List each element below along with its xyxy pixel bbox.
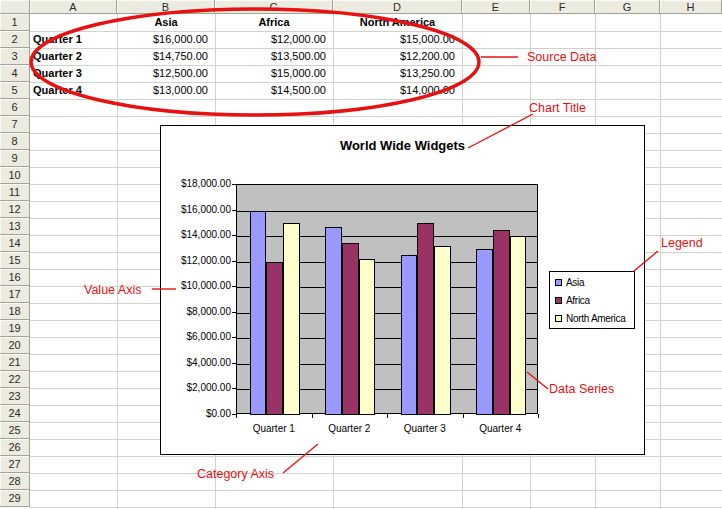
cell-D3[interactable]: $12,200.00 [333, 48, 462, 65]
row-header-13[interactable]: 13 [0, 218, 30, 235]
bar-africa-quarter-2[interactable] [342, 243, 359, 416]
category-axis-tick-label: Quarter 2 [312, 423, 388, 434]
cell-A3[interactable]: Quarter 2 [30, 48, 117, 65]
row-header-17[interactable]: 17 [0, 286, 30, 303]
plot-gridline [237, 211, 537, 212]
column-header-G[interactable]: G [595, 0, 660, 14]
gridline [30, 507, 722, 508]
row-header-28[interactable]: 28 [0, 473, 30, 490]
cell-A2[interactable]: Quarter 1 [30, 31, 117, 48]
row-header-18[interactable]: 18 [0, 303, 30, 320]
column-header-C[interactable]: C [215, 0, 333, 14]
legend-label: Asia [566, 277, 584, 288]
column-header-H[interactable]: H [660, 0, 722, 14]
legend-item-africa[interactable]: Africa [555, 294, 590, 306]
column-header-E[interactable]: E [462, 0, 530, 14]
category-axis-tick [538, 414, 539, 418]
select-all-corner[interactable] [0, 0, 30, 14]
gridline [660, 14, 661, 509]
row-header-3[interactable]: 3 [0, 48, 30, 65]
row-header-23[interactable]: 23 [0, 388, 30, 405]
cell-B5[interactable]: $13,000.00 [117, 82, 215, 99]
row-header-7[interactable]: 7 [0, 116, 30, 133]
cell-C5[interactable]: $14,500.00 [215, 82, 333, 99]
cell-C4[interactable]: $15,000.00 [215, 65, 333, 82]
cell-A4[interactable]: Quarter 3 [30, 65, 117, 82]
chart-object[interactable]: World Wide Widgets $0.00$2,000.00$4,000.… [160, 125, 645, 455]
row-header-11[interactable]: 11 [0, 184, 30, 201]
row-header-19[interactable]: 19 [0, 320, 30, 337]
gridline [30, 456, 722, 457]
row-header-25[interactable]: 25 [0, 422, 30, 439]
row-header-2[interactable]: 2 [0, 31, 30, 48]
category-axis-tick [312, 414, 313, 418]
gridline [30, 99, 722, 100]
row-header-6[interactable]: 6 [0, 99, 30, 116]
row-header-29[interactable]: 29 [0, 490, 30, 507]
column-header-A[interactable]: A [30, 0, 117, 14]
row-header-20[interactable]: 20 [0, 337, 30, 354]
annotation-source-data: Source Data [527, 50, 596, 64]
row-header-9[interactable]: 9 [0, 150, 30, 167]
row-header-26[interactable]: 26 [0, 439, 30, 456]
cell-A5[interactable]: Quarter 4 [30, 82, 117, 99]
chart-title[interactable]: World Wide Widgets [161, 138, 644, 153]
annotation-legend: Legend [661, 236, 703, 250]
column-header-B[interactable]: B [117, 0, 215, 14]
row-header-10[interactable]: 10 [0, 167, 30, 184]
value-axis-tick-label: $2,000.00 [161, 382, 231, 394]
row-header-15[interactable]: 15 [0, 252, 30, 269]
bar-africa-quarter-1[interactable] [266, 262, 283, 415]
bar-north-america-quarter-2[interactable] [359, 259, 376, 415]
legend-label: North America [566, 313, 625, 324]
cell-D5[interactable]: $14,000.00 [333, 82, 462, 99]
row-header-14[interactable]: 14 [0, 235, 30, 252]
column-header-F[interactable]: F [530, 0, 595, 14]
annotation-category-axis: Category Axis [197, 467, 274, 481]
cell-D2[interactable]: $15,000.00 [333, 31, 462, 48]
row-header-27[interactable]: 27 [0, 456, 30, 473]
value-axis-tick-label: $0.00 [161, 408, 231, 420]
row-header-21[interactable]: 21 [0, 354, 30, 371]
cell-B3[interactable]: $14,750.00 [117, 48, 215, 65]
row-header-4[interactable]: 4 [0, 65, 30, 82]
bar-asia-quarter-2[interactable] [325, 227, 342, 415]
row-header-1[interactable]: 1 [0, 14, 30, 31]
bar-africa-quarter-4[interactable] [493, 230, 510, 415]
row-header-24[interactable]: 24 [0, 405, 30, 422]
plot-area[interactable] [236, 184, 538, 414]
legend-item-asia[interactable]: Asia [555, 276, 584, 288]
row-header-5[interactable]: 5 [0, 82, 30, 99]
row-header-8[interactable]: 8 [0, 133, 30, 150]
bar-north-america-quarter-3[interactable] [434, 246, 451, 415]
value-axis-tick-label: $14,000.00 [161, 229, 231, 241]
cell-D1[interactable]: North America [333, 14, 462, 31]
category-axis-tick-label: Quarter 4 [463, 423, 539, 434]
cell-B4[interactable]: $12,500.00 [117, 65, 215, 82]
category-axis-tick [387, 414, 388, 418]
cell-C3[interactable]: $13,500.00 [215, 48, 333, 65]
value-axis-tick-label: $10,000.00 [161, 280, 231, 292]
cell-B2[interactable]: $16,000.00 [117, 31, 215, 48]
bar-north-america-quarter-1[interactable] [283, 223, 300, 415]
bar-africa-quarter-3[interactable] [417, 223, 434, 415]
gridline [30, 116, 722, 117]
cell-C2[interactable]: $12,000.00 [215, 31, 333, 48]
row-header-16[interactable]: 16 [0, 269, 30, 286]
bar-asia-quarter-3[interactable] [401, 255, 418, 415]
legend-swatch-asia [555, 279, 562, 286]
category-axis-tick-label: Quarter 3 [387, 423, 463, 434]
bar-asia-quarter-4[interactable] [476, 249, 493, 415]
row-header-22[interactable]: 22 [0, 371, 30, 388]
bar-asia-quarter-1[interactable] [250, 211, 267, 415]
bar-north-america-quarter-4[interactable] [510, 236, 527, 415]
row-header-12[interactable]: 12 [0, 201, 30, 218]
column-header-D[interactable]: D [333, 0, 462, 14]
excel-worksheet: ABCDEFGH12345678910111213141516171819202… [0, 0, 722, 509]
legend-item-north-america[interactable]: North America [555, 312, 625, 324]
cell-D4[interactable]: $13,250.00 [333, 65, 462, 82]
category-axis-tick [236, 414, 237, 418]
chart-legend[interactable]: AsiaAfricaNorth America [549, 271, 635, 329]
cell-B1[interactable]: Asia [117, 14, 215, 31]
cell-C1[interactable]: Africa [215, 14, 333, 31]
